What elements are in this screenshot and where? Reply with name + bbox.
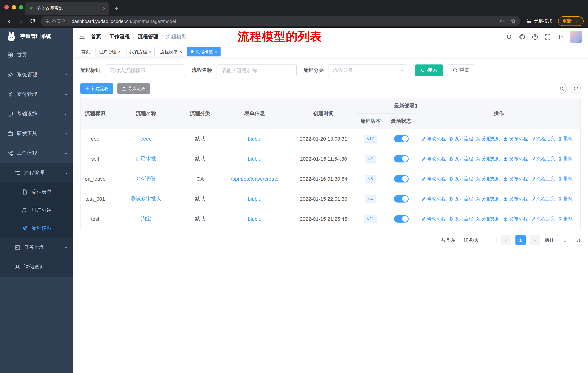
action-delete[interactable]: 删除 — [558, 156, 573, 162]
current-page-button[interactable]: 1 — [515, 235, 526, 245]
action-design[interactable]: 设计流程 — [448, 176, 473, 182]
address-bar[interactable]: 不安全 dashboard.yudao.iocoder.cn/bpm/manag… — [41, 16, 520, 26]
sidebar-item-task-manage[interactable]: 任务管理 — [0, 238, 73, 257]
zoom-window-button[interactable] — [19, 5, 23, 10]
action-assign[interactable]: 分配规则 — [476, 216, 501, 222]
close-icon[interactable]: × — [179, 50, 182, 54]
minimize-window-button[interactable] — [12, 5, 16, 10]
back-button[interactable] — [4, 16, 14, 26]
close-icon[interactable]: × — [149, 50, 151, 54]
close-window-button[interactable] — [4, 5, 9, 10]
sidebar-item-infrastructure[interactable]: 基础设施 — [0, 104, 73, 124]
toggle-search-button[interactable] — [557, 83, 567, 94]
sidebar-item-workflow[interactable]: 工作流程 — [0, 143, 73, 163]
action-assign[interactable]: 分配规则 — [476, 156, 501, 162]
sidebar-item-leave-query[interactable]: 请假查询 — [0, 257, 73, 277]
process-category-select[interactable]: 流程分类 — [328, 64, 408, 76]
action-delete[interactable]: 删除 — [558, 135, 573, 142]
form-info-link[interactable]: biubiu — [248, 156, 262, 162]
action-design[interactable]: 设计流程 — [448, 156, 473, 162]
process-name-link[interactable]: 自己审批 — [136, 156, 156, 161]
tab-close-icon[interactable]: × — [103, 6, 106, 11]
font-size-icon[interactable]: TT — [557, 33, 563, 40]
tab-tag-home[interactable]: 首页 — [78, 47, 93, 56]
tab-tag-my-process[interactable]: 我的流程× — [126, 47, 155, 56]
active-switch[interactable] — [394, 195, 409, 202]
action-publish[interactable]: 发布流程 — [503, 176, 528, 182]
action-definition[interactable]: 流程定义 — [530, 196, 555, 202]
user-avatar[interactable] — [570, 30, 582, 43]
action-edit[interactable]: 修改流程 — [421, 196, 446, 202]
sidebar-item-process-model[interactable]: 流程模型 — [0, 219, 73, 238]
action-assign[interactable]: 分配规则 — [476, 135, 501, 142]
process-name-input[interactable] — [217, 64, 297, 76]
create-process-button[interactable]: 新建流程 — [80, 83, 113, 94]
action-assign[interactable]: 分配规则 — [476, 196, 501, 202]
action-delete[interactable]: 删除 — [558, 176, 573, 182]
github-icon[interactable] — [519, 34, 525, 40]
process-id-input[interactable] — [105, 64, 185, 76]
active-switch[interactable] — [394, 175, 409, 182]
close-icon[interactable]: × — [215, 50, 217, 54]
close-icon[interactable]: × — [118, 50, 121, 54]
action-design[interactable]: 设计流程 — [448, 196, 473, 202]
breadcrumb-item-home[interactable]: 首页 — [91, 33, 101, 40]
action-edit[interactable]: 修改流程 — [421, 216, 446, 222]
browser-menu-icon[interactable]: ⋮ — [575, 18, 579, 24]
sidebar-item-home[interactable]: 首页 — [0, 45, 73, 65]
sidebar-item-user-group[interactable]: 用户分组 — [0, 201, 73, 219]
form-info-link[interactable]: biubiu — [248, 196, 262, 202]
action-definition[interactable]: 流程定义 — [530, 135, 555, 142]
reset-button[interactable]: 重置 — [447, 64, 475, 76]
browser-update-button[interactable]: 更新 ⋮ — [558, 16, 584, 26]
sidebar-item-process-manage[interactable]: 流程管理 — [0, 163, 73, 183]
tab-tag-process-form[interactable]: 流程表单× — [157, 47, 185, 56]
action-definition[interactable]: 流程定义 — [530, 176, 555, 182]
action-publish[interactable]: 发布流程 — [503, 196, 528, 202]
new-tab-button[interactable]: + — [115, 5, 118, 12]
action-edit[interactable]: 修改流程 — [421, 156, 446, 162]
password-key-icon[interactable] — [500, 19, 505, 24]
page-size-select[interactable]: 10条/页 — [460, 235, 496, 245]
action-publish[interactable]: 发布流程 — [503, 216, 528, 222]
sidebar-item-process-form[interactable]: 流程表单 — [0, 183, 73, 201]
action-delete[interactable]: 删除 — [558, 216, 573, 222]
process-name-link[interactable]: 测试多审批人 — [131, 196, 161, 202]
bookmark-star-icon[interactable] — [511, 19, 516, 24]
action-delete[interactable]: 删除 — [558, 196, 573, 202]
action-edit[interactable]: 修改流程 — [421, 176, 446, 182]
search-button[interactable]: 搜索 — [415, 64, 443, 76]
forward-button[interactable] — [16, 16, 26, 26]
process-name-link[interactable]: OA 请假 — [137, 176, 156, 181]
prev-page-button[interactable]: ‹ — [501, 235, 511, 245]
breadcrumb-item-workflow[interactable]: 工作流程 — [109, 33, 130, 40]
action-definition[interactable]: 流程定义 — [530, 156, 555, 162]
action-publish[interactable]: 发布流程 — [503, 156, 528, 162]
header-search-icon[interactable] — [506, 34, 513, 40]
tab-tag-process-model[interactable]: 流程模型× — [187, 47, 220, 56]
action-publish[interactable]: 发布流程 — [503, 135, 528, 142]
sidebar-item-payment[interactable]: 支付管理 — [0, 84, 73, 104]
help-icon[interactable] — [532, 34, 538, 40]
form-info-link[interactable]: biubiu — [248, 136, 262, 142]
security-indicator[interactable]: 不安全 — [45, 18, 65, 24]
form-info-link[interactable]: biubiu — [248, 216, 262, 222]
action-design[interactable]: 设计流程 — [448, 135, 473, 142]
reload-button[interactable] — [28, 16, 37, 26]
process-name-link[interactable]: 淘宝 — [141, 216, 151, 222]
fullscreen-icon[interactable] — [545, 34, 551, 40]
sidebar-toggle-icon[interactable] — [79, 33, 85, 40]
browser-tab[interactable]: 芋道管理系统 × — [25, 2, 109, 15]
action-definition[interactable]: 流程定义 — [530, 216, 555, 222]
tab-tag-tenant-manage[interactable]: 租户管理× — [95, 47, 124, 56]
active-switch[interactable] — [394, 135, 409, 142]
goto-page-input[interactable] — [557, 235, 573, 245]
sidebar-item-system[interactable]: 系统管理 — [0, 65, 73, 84]
sidebar-item-dev-tools[interactable]: 研发工具 — [0, 124, 73, 143]
process-name-link[interactable]: eeee — [140, 136, 152, 142]
breadcrumb-item-process-manage[interactable]: 流程管理 — [138, 33, 158, 40]
form-info-link[interactable]: /bpm/oa/leave/create — [231, 176, 279, 182]
action-design[interactable]: 设计流程 — [448, 216, 473, 222]
next-page-button[interactable]: › — [530, 235, 540, 245]
active-switch[interactable] — [394, 155, 409, 162]
